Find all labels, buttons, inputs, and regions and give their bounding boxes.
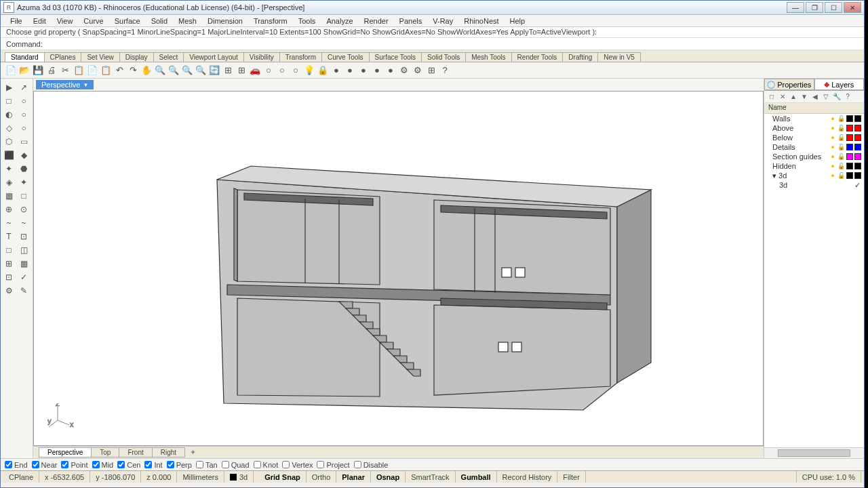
perspective-viewport[interactable]: z x y — [33, 91, 764, 446]
menu-surface[interactable]: Surface — [109, 16, 146, 26]
view-tab-perspective[interactable]: Perspective — [39, 447, 92, 458]
tool-button-24[interactable]: □ — [2, 244, 16, 256]
visibility-icon[interactable]: ● — [829, 144, 837, 150]
new-layer-icon[interactable]: □ — [767, 92, 776, 102]
toolbar-icon-1[interactable]: 📂 — [18, 64, 31, 77]
menu-dimension[interactable]: Dimension — [202, 16, 248, 26]
status-toggle-smarttrack[interactable]: SmartTrack — [406, 471, 455, 483]
toolbar-icon-16[interactable]: ⊞ — [222, 64, 234, 77]
panel-scrollbar[interactable] — [764, 447, 864, 458]
layer-color-swatch[interactable] — [846, 115, 853, 122]
osnap-near[interactable]: Near — [32, 461, 58, 469]
command-line[interactable]: Command: — [1, 38, 864, 50]
toolbar-icon-17[interactable]: ⊞ — [235, 64, 248, 77]
lock-icon[interactable]: 🔓 — [837, 115, 845, 122]
toolbar-icon-2[interactable]: 💾 — [32, 64, 44, 77]
toolbar-icon-26[interactable]: ● — [357, 64, 370, 77]
status-toggle-gumball[interactable]: Gumball — [456, 471, 497, 483]
add-view-tab[interactable]: ✦ — [184, 447, 201, 458]
toolbar-icon-28[interactable]: ● — [384, 64, 397, 77]
toolbar-icon-7[interactable]: 📋 — [100, 64, 112, 77]
status-toggle-filter[interactable]: Filter — [557, 471, 585, 483]
tool-button-2[interactable]: □ — [2, 95, 16, 107]
visibility-icon[interactable]: ● — [829, 125, 837, 131]
layer-color-swatch[interactable] — [846, 153, 853, 160]
lock-icon[interactable]: 🔓 — [837, 163, 845, 169]
toolbar-icon-23[interactable]: 🔒 — [317, 64, 329, 77]
toolbar-icon-21[interactable]: ○ — [290, 64, 302, 77]
toolbar-icon-22[interactable]: 💡 — [303, 64, 315, 77]
properties-tab[interactable]: ◯Properties — [764, 79, 814, 90]
tool-button-0[interactable]: ▶ — [2, 81, 16, 94]
osnap-project[interactable]: Project — [317, 461, 349, 469]
tab-surface-tools[interactable]: Surface Tools — [369, 52, 422, 62]
status-units[interactable]: Millimeters — [177, 471, 224, 483]
toolbar-icon-12[interactable]: 🔍 — [167, 64, 180, 77]
tool-button-3[interactable]: ○ — [17, 95, 31, 107]
lock-icon[interactable]: 🔓 — [837, 172, 845, 179]
tool-button-5[interactable]: ○ — [17, 108, 31, 121]
layer-row[interactable]: ▾ 3d●🔓 — [764, 171, 864, 180]
toolbar-icon-9[interactable]: ↷ — [127, 64, 139, 77]
tab-transform[interactable]: Transform — [279, 52, 322, 62]
tool-button-13[interactable]: ⬣ — [17, 163, 31, 175]
tab-drafting[interactable]: Drafting — [562, 52, 598, 62]
tab-display[interactable]: Display — [119, 52, 154, 62]
tab-solid-tools[interactable]: Solid Tools — [421, 52, 466, 62]
tool-button-6[interactable]: ◇ — [2, 122, 16, 134]
toolbar-icon-8[interactable]: ↶ — [113, 64, 125, 77]
osnap-perp[interactable]: Perp — [167, 461, 192, 469]
lock-icon[interactable]: 🔓 — [837, 144, 845, 150]
layer-material-swatch[interactable] — [854, 134, 861, 141]
tool-button-7[interactable]: ○ — [17, 122, 31, 134]
visibility-icon[interactable]: ● — [829, 134, 837, 141]
menu-solid[interactable]: Solid — [146, 16, 173, 26]
toolbar-icon-32[interactable]: ? — [439, 64, 451, 77]
view-tab-front[interactable]: Front — [119, 447, 152, 458]
tool-button-12[interactable]: ✦ — [2, 163, 16, 175]
menu-help[interactable]: Help — [505, 16, 531, 26]
toolbar-icon-30[interactable]: ⚙ — [412, 64, 424, 77]
minimize-button[interactable]: — — [787, 2, 804, 13]
tool-button-23[interactable]: ⊡ — [17, 230, 31, 243]
status-toggle-grid-snap[interactable]: Grid Snap — [259, 471, 307, 483]
toolbar-icon-13[interactable]: 🔍 — [181, 64, 193, 77]
tab-mesh-tools[interactable]: Mesh Tools — [465, 52, 511, 62]
tool-button-14[interactable]: ◈ — [2, 176, 16, 188]
tool-button-28[interactable]: ⊡ — [2, 271, 16, 283]
tool-button-17[interactable]: □ — [17, 190, 31, 202]
toolbar-icon-11[interactable]: 🔍 — [154, 64, 166, 77]
osnap-disable[interactable]: Disable — [354, 461, 389, 469]
menu-view[interactable]: View — [52, 16, 79, 26]
toolbar-icon-25[interactable]: ● — [344, 64, 356, 77]
layer-color-swatch[interactable] — [846, 163, 853, 169]
tool-button-9[interactable]: ▭ — [17, 136, 31, 148]
menu-tools[interactable]: Tools — [293, 16, 321, 26]
osnap-mid[interactable]: Mid — [92, 461, 114, 469]
tab-viewport-layout[interactable]: Viewport Layout — [183, 52, 244, 62]
osnap-tan[interactable]: Tan — [196, 461, 218, 469]
menu-render[interactable]: Render — [359, 16, 394, 26]
osnap-knot[interactable]: Knot — [254, 461, 279, 469]
visibility-icon[interactable]: ● — [829, 172, 837, 179]
layer-material-swatch[interactable] — [854, 172, 861, 179]
viewport-dropdown-icon[interactable]: ▼ — [83, 82, 88, 88]
layer-row[interactable]: Hidden●🔓 — [764, 161, 864, 171]
tab-cplanes[interactable]: CPlanes — [44, 52, 82, 62]
osnap-int[interactable]: Int — [144, 461, 162, 469]
layer-row[interactable]: Section guides●🔓 — [764, 152, 864, 161]
tab-curve-tools[interactable]: Curve Tools — [321, 52, 370, 62]
view-tab-top[interactable]: Top — [91, 447, 119, 458]
tool-button-18[interactable]: ⊕ — [2, 203, 16, 216]
tool-button-30[interactable]: ⚙ — [2, 285, 16, 297]
layer-row[interactable]: Details●🔓 — [764, 142, 864, 152]
tool-button-31[interactable]: ✎ — [17, 285, 31, 297]
tool-button-22[interactable]: T — [2, 230, 16, 243]
layer-down-icon[interactable]: ▼ — [800, 92, 809, 102]
osnap-end[interactable]: End — [5, 461, 28, 469]
close-button[interactable]: ✕ — [844, 2, 861, 13]
visibility-icon[interactable]: ● — [829, 153, 837, 160]
menu-mesh[interactable]: Mesh — [173, 16, 202, 26]
status-toggle-ortho[interactable]: Ortho — [307, 471, 337, 483]
layer-help-icon[interactable]: ? — [843, 92, 852, 102]
